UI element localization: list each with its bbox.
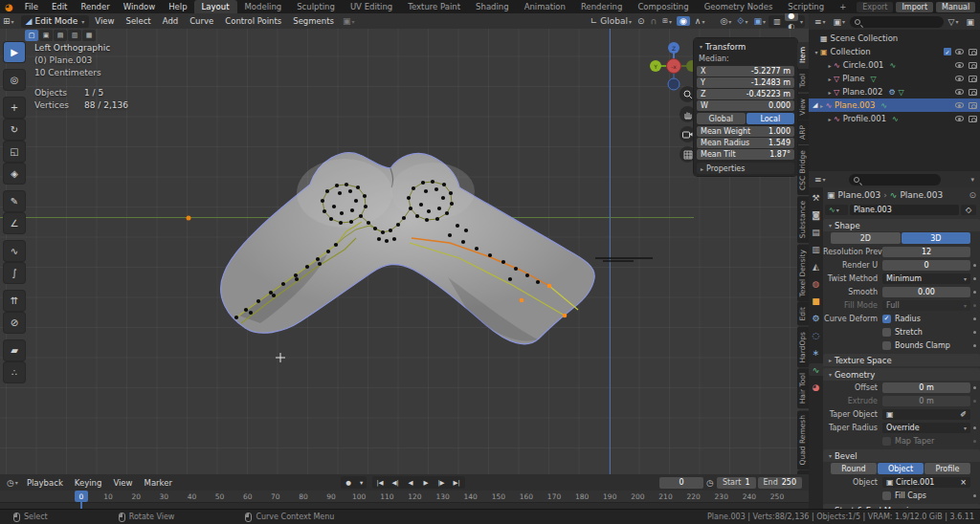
- control-point[interactable]: [514, 267, 518, 271]
- hide-eye-icon[interactable]: [955, 102, 964, 108]
- editor-type-icon[interactable]: ⊞▾: [0, 16, 17, 26]
- control-point[interactable]: [364, 205, 368, 208]
- outliner-row-object[interactable]: ▸∿ Profile.001 ∿: [809, 112, 980, 125]
- workspace-tab[interactable]: +: [832, 0, 854, 13]
- bevel-panel-header[interactable]: ▾Bevel: [823, 449, 980, 462]
- median-field[interactable]: X-5.2277 m: [697, 66, 794, 76]
- transport-button[interactable]: ◀|: [389, 477, 403, 488]
- tool-button[interactable]: ⇈: [4, 291, 25, 311]
- sidebar-tab[interactable]: CSC Bridge: [797, 145, 809, 195]
- median-field[interactable]: Z-0.45223 m: [697, 89, 794, 99]
- workspace-tab[interactable]: UV Editing: [343, 0, 400, 13]
- control-point[interactable]: [450, 202, 454, 206]
- control-point[interactable]: [321, 199, 324, 203]
- control-point[interactable]: [437, 207, 441, 210]
- 3d-button[interactable]: 3D: [902, 232, 971, 244]
- sidebar-tab[interactable]: Hair Tool: [797, 368, 809, 408]
- tool-button[interactable]: ↻: [4, 120, 25, 140]
- control-point[interactable]: [295, 277, 299, 281]
- control-point[interactable]: [464, 229, 468, 232]
- topbar-menu[interactable]: Render: [74, 2, 116, 11]
- control-point[interactable]: [256, 299, 260, 303]
- overlays-dropdown[interactable]: ▣▾: [750, 16, 768, 26]
- control-point[interactable]: [356, 186, 360, 189]
- shape-panel-header[interactable]: ▾Shape: [823, 219, 980, 231]
- control-point[interactable]: [402, 216, 406, 220]
- control-point[interactable]: [325, 189, 329, 193]
- control-point[interactable]: [419, 203, 423, 207]
- new-collection-icon[interactable]: ▣: [963, 17, 977, 27]
- frame-start-field[interactable]: Start1: [717, 477, 756, 489]
- viewport-menu[interactable]: Select: [120, 16, 156, 26]
- falloff-dropdown[interactable]: ∧▾: [692, 16, 708, 26]
- eyedropper-icon[interactable]: ✐: [960, 410, 967, 419]
- control-point[interactable]: [373, 227, 377, 230]
- render-camera-icon[interactable]: [969, 102, 977, 109]
- playhead[interactable]: 0: [75, 491, 88, 502]
- frame-end-field[interactable]: End250: [758, 477, 802, 489]
- control-point[interactable]: [381, 230, 385, 234]
- tool-settings-icon[interactable]: ▣▾: [340, 16, 358, 26]
- tool-button[interactable]: ∫: [4, 263, 25, 283]
- control-point[interactable]: [367, 221, 370, 225]
- control-point[interactable]: [359, 214, 363, 218]
- workspace-tab[interactable]: Shading: [468, 0, 517, 13]
- outliner-row-object[interactable]: ▸▽ Plane.002 ⚙ ▽: [809, 85, 980, 98]
- control-point[interactable]: [425, 218, 429, 222]
- animate-dot[interactable]: [973, 494, 976, 497]
- animate-dot[interactable]: [973, 344, 976, 347]
- control-point[interactable]: [316, 257, 320, 261]
- control-point[interactable]: [501, 260, 505, 264]
- tool-button[interactable]: +: [4, 98, 25, 118]
- properties-tab[interactable]: ◕: [809, 381, 823, 393]
- tool-button[interactable]: ∠: [4, 213, 25, 233]
- control-point[interactable]: [407, 196, 411, 200]
- control-point[interactable]: [445, 211, 449, 215]
- mean-field[interactable]: Mean Radius1.549: [697, 138, 794, 148]
- transport-button[interactable]: |▶: [434, 477, 449, 488]
- offset-field[interactable]: 0 m: [882, 382, 970, 393]
- control-point[interactable]: [385, 239, 389, 243]
- control-point[interactable]: [396, 223, 400, 227]
- workspace-tab[interactable]: Rendering: [573, 0, 630, 13]
- topbar-menu[interactable]: File: [18, 2, 45, 11]
- control-point[interactable]: [234, 316, 238, 319]
- workspace-tab[interactable]: Modeling: [237, 0, 290, 13]
- filter-icon[interactable]: ▽▾: [946, 17, 962, 27]
- taper-radius-dropdown[interactable]: Override▾: [882, 423, 970, 433]
- mean-field[interactable]: Mean Tilt1.87°: [697, 149, 794, 160]
- radius-checkbox[interactable]: ✓: [882, 315, 891, 323]
- viewport-menu[interactable]: Add: [157, 16, 184, 26]
- timeline-editor-icon[interactable]: ◷▾: [4, 478, 21, 488]
- viewport-menu[interactable]: Curve: [184, 16, 219, 26]
- render-u-field[interactable]: 0: [882, 260, 970, 271]
- transport-button[interactable]: ▶: [419, 477, 434, 488]
- control-point[interactable]: [475, 247, 479, 251]
- median-field[interactable]: Y-1.2483 m: [697, 77, 794, 88]
- bevel-profile-button[interactable]: Profile: [924, 463, 970, 474]
- control-point[interactable]: [448, 233, 452, 237]
- animate-dot[interactable]: [973, 264, 976, 267]
- select-mode-button[interactable]: ▦: [82, 30, 96, 41]
- transport-button[interactable]: ▶|: [450, 477, 464, 488]
- control-point[interactable]: [415, 214, 419, 218]
- timeline-menu[interactable]: Keying: [69, 478, 108, 488]
- tool-button[interactable]: ⊘: [4, 313, 25, 333]
- blender-logo-icon[interactable]: ◕: [0, 2, 18, 12]
- control-point[interactable]: [434, 187, 438, 191]
- tool-button[interactable]: ◱: [4, 142, 25, 162]
- control-point[interactable]: [421, 181, 425, 185]
- properties-tab[interactable]: ▤: [809, 226, 823, 238]
- viewport-menu[interactable]: Control Points: [219, 16, 287, 26]
- editor-type-icon[interactable]: ≡▾: [812, 175, 829, 185]
- topbar-menu[interactable]: Help: [162, 2, 193, 11]
- sidebar-tab[interactable]: Substance: [797, 196, 809, 243]
- sidebar-tab[interactable]: View: [797, 94, 809, 120]
- sidebar-tab[interactable]: Texel Density: [797, 245, 809, 302]
- sidebar-tab[interactable]: Item: [797, 42, 809, 68]
- control-point[interactable]: [269, 291, 273, 295]
- tool-button[interactable]: ∿: [4, 241, 25, 261]
- control-point[interactable]: [354, 199, 358, 203]
- control-point[interactable]: [449, 191, 453, 195]
- render-camera-icon[interactable]: [969, 116, 977, 122]
